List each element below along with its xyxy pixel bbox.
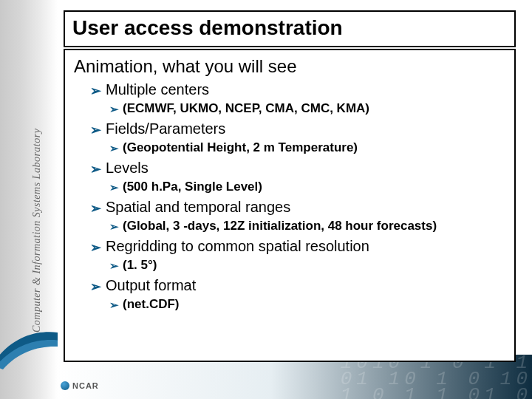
arrow-bullet-icon: ➢ bbox=[90, 279, 101, 295]
list-item: ➢(Geopotential Height, 2 m Temperature) bbox=[109, 140, 505, 155]
list-item: ➢Output format ➢(net.CDF) bbox=[90, 277, 505, 312]
list-item: ➢(net.CDF) bbox=[109, 297, 505, 312]
list-item: ➢(1. 5°) bbox=[109, 258, 505, 273]
arrow-bullet-icon: ➢ bbox=[109, 259, 119, 273]
list-item: ➢Fields/Parameters ➢(Geopotential Height… bbox=[90, 120, 505, 155]
ncar-logo: NCAR bbox=[61, 381, 99, 390]
arrow-bullet-icon: ➢ bbox=[109, 142, 119, 155]
left-sidebar-band: Computer & Information Systems Laborator… bbox=[0, 0, 58, 399]
item-label: Spatial and temporal ranges bbox=[106, 199, 290, 216]
arrow-bullet-icon: ➢ bbox=[109, 103, 119, 116]
ncar-logo-text: NCAR bbox=[72, 381, 99, 390]
bullet-list: ➢Multiple centers ➢(ECMWF, UKMO, NCEP, C… bbox=[74, 81, 505, 312]
item-label: Regridding to common spatial resolution bbox=[106, 238, 369, 255]
arrow-bullet-icon: ➢ bbox=[109, 181, 119, 194]
slide: Computer & Information Systems Laborator… bbox=[0, 0, 532, 399]
arrow-bullet-icon: ➢ bbox=[90, 239, 101, 256]
list-item: ➢(500 h.Pa, Single Level) bbox=[109, 180, 505, 194]
item-sub: (net.CDF) bbox=[123, 297, 179, 312]
lab-name-vertical: Computer & Information Systems Laborator… bbox=[31, 129, 43, 332]
arrow-bullet-icon: ➢ bbox=[90, 161, 101, 177]
title-box: User access demonstration bbox=[64, 10, 516, 47]
body-box: Animation, what you will see ➢Multiple c… bbox=[64, 49, 516, 362]
item-sub: (Geopotential Height, 2 m Temperature) bbox=[123, 140, 358, 155]
item-label: Levels bbox=[106, 160, 149, 177]
list-item: ➢(Global, 3 -days, 12Z initialization, 4… bbox=[109, 219, 505, 233]
arrow-bullet-icon: ➢ bbox=[90, 122, 101, 138]
arrow-bullet-icon: ➢ bbox=[90, 200, 101, 216]
item-label: Output format bbox=[106, 277, 196, 294]
slide-title: User access demonstration bbox=[72, 16, 507, 40]
arrow-bullet-icon: ➢ bbox=[90, 83, 101, 99]
list-item: ➢Levels ➢(500 h.Pa, Single Level) bbox=[90, 160, 505, 194]
arrow-bullet-icon: ➢ bbox=[109, 220, 119, 233]
item-sub: (Global, 3 -days, 12Z initialization, 48… bbox=[123, 219, 437, 233]
cisl-swoosh-logo bbox=[0, 325, 58, 369]
list-item: ➢(ECMWF, UKMO, NCEP, CMA, CMC, KMA) bbox=[109, 101, 505, 116]
list-item: ➢Regridding to common spatial resolution… bbox=[90, 238, 505, 273]
item-sub: (1. 5°) bbox=[123, 258, 157, 273]
item-sub: (500 h.Pa, Single Level) bbox=[123, 180, 262, 194]
ncar-globe-icon bbox=[61, 381, 69, 390]
slide-subtitle: Animation, what you will see bbox=[74, 56, 505, 77]
item-label: Multiple centers bbox=[106, 81, 209, 98]
list-item: ➢Multiple centers ➢(ECMWF, UKMO, NCEP, C… bbox=[90, 81, 505, 116]
item-sub: (ECMWF, UKMO, NCEP, CMA, CMC, KMA) bbox=[123, 101, 369, 116]
list-item: ➢Spatial and temporal ranges ➢(Global, 3… bbox=[90, 199, 505, 233]
arrow-bullet-icon: ➢ bbox=[109, 299, 119, 312]
item-label: Fields/Parameters bbox=[106, 120, 225, 137]
